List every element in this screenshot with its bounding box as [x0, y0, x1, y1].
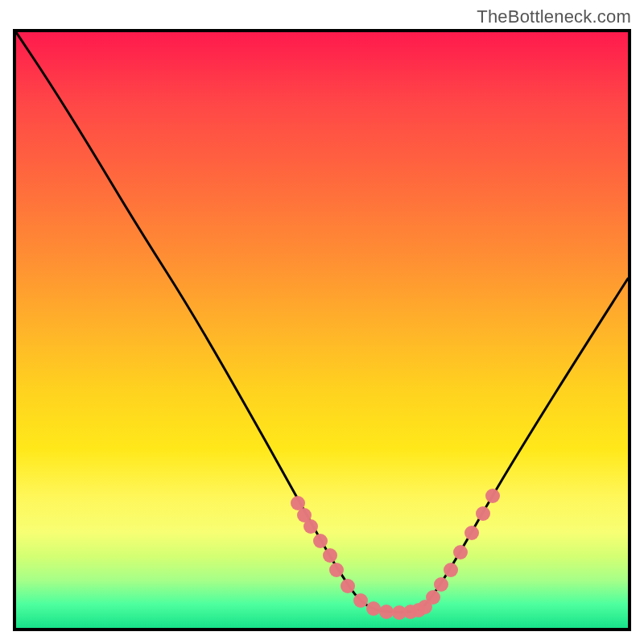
chart-frame: TheBottleneck.com [0, 0, 644, 644]
data-point [453, 545, 468, 559]
data-point [366, 601, 381, 616]
data-point [341, 579, 355, 593]
data-point [485, 489, 500, 503]
data-point [303, 519, 318, 534]
dots-right-cluster [411, 489, 500, 617]
data-point [434, 577, 448, 592]
data-point [476, 506, 490, 521]
data-point [464, 526, 479, 540]
bottleneck-curve [16, 32, 628, 612]
data-point [379, 605, 394, 619]
data-point [313, 534, 328, 548]
plot-area [13, 29, 631, 631]
data-point [323, 548, 337, 563]
curve-svg [16, 32, 628, 628]
watermark-label: TheBottleneck.com [477, 6, 631, 27]
data-point [353, 593, 368, 608]
data-point [426, 590, 440, 605]
data-point [329, 563, 344, 577]
data-point [444, 563, 458, 577]
dots-left-cluster [291, 496, 418, 620]
